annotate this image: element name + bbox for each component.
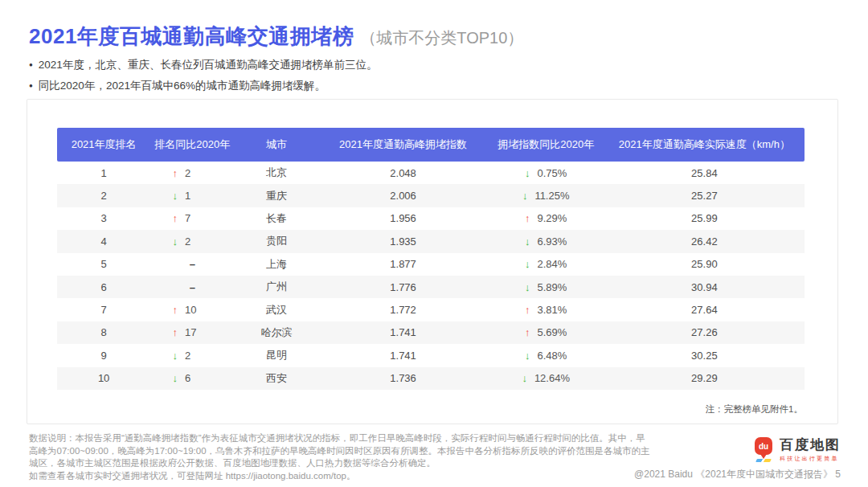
footnote-line: 城区，各城市主城区范围是根据政府公开数据、百度地图地理数据、人口热力数据等综合分… <box>29 457 650 470</box>
footnote-line: 数据说明：本报告采用“通勤高峰拥堵指数”作为表征城市交通拥堵状况的指标，即工作日… <box>29 432 650 445</box>
arrow-down-icon: ↓ <box>525 282 530 293</box>
city-cell: 重庆 <box>234 189 318 203</box>
dash-icon: – <box>190 282 195 293</box>
column-header: 拥堵指数同比2020年 <box>488 137 604 152</box>
rank-change-cell: ↓1 <box>150 190 234 202</box>
index-cell: 1.956 <box>318 212 487 224</box>
column-header: 城市 <box>234 137 318 152</box>
arrow-up-icon: ↑ <box>173 327 178 338</box>
arrow-down-icon: ↓ <box>173 373 178 383</box>
rank-change-cell: ↑17 <box>150 326 234 338</box>
index-cell: 1.772 <box>318 304 487 316</box>
index-change-cell: ↓11.25% <box>488 190 604 202</box>
rank-cell: 6 <box>57 281 150 293</box>
summary-bullets: ● 2021年度，北京、重庆、长春位列百城通勤高峰交通拥堵榜单前三位。 ● 同比… <box>29 55 377 96</box>
index-cell: 1.877 <box>318 258 487 270</box>
change-value: 2 <box>185 350 212 362</box>
table-row: 9↓2昆明1.741↓6.48%30.25 <box>57 344 805 366</box>
index-cell: 1.776 <box>318 281 487 293</box>
change-value: 5.69% <box>538 326 567 338</box>
index-cell: 1.736 <box>318 372 487 384</box>
rank-cell: 3 <box>57 212 150 224</box>
rank-change-cell: ↓2 <box>150 235 234 248</box>
index-change-cell: ↓2.84% <box>488 258 604 270</box>
rank-cell: 2 <box>57 190 150 202</box>
index-change-cell: ↓6.48% <box>488 350 604 362</box>
city-cell: 上海 <box>234 257 318 272</box>
index-change-cell: ↓0.75% <box>488 167 604 179</box>
speed-cell: 26.42 <box>604 235 805 248</box>
ranking-card: 2021年度排名排名同比2020年城市2021年度通勤高峰拥堵指数拥堵指数同比2… <box>27 99 838 424</box>
city-cell: 北京 <box>234 166 318 180</box>
map-pin-icon: du <box>754 437 775 463</box>
arrow-up-icon: ↑ <box>525 305 530 315</box>
arrow-down-icon: ↓ <box>525 350 530 361</box>
rank-cell: 4 <box>57 235 150 248</box>
change-value: 6 <box>185 372 212 384</box>
index-cell: 1.741 <box>318 326 487 338</box>
arrow-down-icon: ↓ <box>525 168 530 178</box>
change-value: 6.93% <box>538 235 567 248</box>
table-row: 1↑2北京2.048↓0.75%25.84 <box>57 162 805 184</box>
rank-change-cell: ↑2 <box>150 167 234 179</box>
city-cell: 哈尔滨 <box>234 325 318 340</box>
speed-cell: 27.64 <box>604 304 805 316</box>
speed-cell: 25.27 <box>604 190 805 202</box>
rank-change-cell: – <box>150 282 234 293</box>
index-change-cell: ↓6.93% <box>488 235 604 248</box>
arrow-up-icon: ↑ <box>525 327 530 338</box>
change-value: 0.75% <box>538 167 567 179</box>
arrow-down-icon: ↓ <box>173 190 178 201</box>
arrow-down-icon: ↓ <box>525 259 530 269</box>
dash-icon: – <box>190 259 195 269</box>
rank-cell: 9 <box>57 350 150 362</box>
speed-cell: 25.99 <box>604 212 805 224</box>
table-row: 8↑17哈尔滨1.741↑5.69%27.26 <box>57 321 805 344</box>
bullet-line: ● 同比2020年，2021年百城中66%的城市通勤高峰拥堵缓解。 <box>29 76 377 96</box>
bullet-text: 同比2020年，2021年百城中66%的城市通勤高峰拥堵缓解。 <box>39 79 326 93</box>
index-change-cell: ↓12.64% <box>488 372 604 384</box>
rank-cell: 5 <box>57 258 150 270</box>
footnote-line: 如需查看各城市实时交通拥堵状况，可登陆网址 https://jiaotong.b… <box>29 470 650 483</box>
rank-change-cell: ↓2 <box>150 350 234 362</box>
bullet-icon: ● <box>29 83 33 89</box>
logo-slogan: 科技让出行更简单 <box>780 455 839 463</box>
page-title: 2021年度百城通勤高峰交通拥堵榜 <box>29 23 354 51</box>
map-base-graphic <box>755 459 772 462</box>
change-value: 12.64% <box>534 372 570 384</box>
change-value: 2.84% <box>538 258 567 270</box>
table-header: 2021年度排名排名同比2020年城市2021年度通勤高峰拥堵指数拥堵指数同比2… <box>57 128 805 162</box>
city-cell: 西安 <box>234 371 318 386</box>
index-change-cell: ↑3.81% <box>488 304 604 316</box>
arrow-up-icon: ↑ <box>173 305 178 315</box>
speed-cell: 29.29 <box>604 372 805 384</box>
footnote-line: 高峰为07:00~09:00，晚高峰为17:00~19:00，乌鲁木齐和拉萨的早… <box>29 445 650 458</box>
data-description: 数据说明：本报告采用“通勤高峰拥堵指数”作为表征城市交通拥堵状况的指标，即工作日… <box>29 432 650 482</box>
bullet-text: 2021年度，北京、重庆、长春位列百城通勤高峰交通拥堵榜单前三位。 <box>39 58 378 72</box>
arrow-up-icon: ↑ <box>525 213 530 223</box>
index-cell: 1.935 <box>318 235 487 248</box>
city-cell: 广州 <box>234 280 318 294</box>
arrow-down-icon: ↓ <box>522 373 527 383</box>
speed-cell: 30.25 <box>604 350 805 362</box>
rank-cell: 7 <box>57 304 150 316</box>
arrow-down-icon: ↓ <box>525 236 530 247</box>
index-change-cell: ↑9.29% <box>488 212 604 224</box>
change-value: 17 <box>185 326 212 338</box>
change-value: 1 <box>185 190 212 202</box>
bullet-line: ● 2021年度，北京、重庆、长春位列百城通勤高峰交通拥堵榜单前三位。 <box>29 55 377 76</box>
change-value: 10 <box>185 304 212 316</box>
index-cell: 2.048 <box>318 167 487 179</box>
city-cell: 武汉 <box>234 303 318 317</box>
rank-change-cell: – <box>150 259 234 269</box>
table-row: 6–广州1.776↓5.89%30.94 <box>57 276 805 298</box>
bullet-icon: ● <box>29 62 33 68</box>
index-change-cell: ↑5.69% <box>488 326 604 338</box>
speed-cell: 25.84 <box>604 167 805 179</box>
table-row: 5–上海1.877↓2.84%25.90 <box>57 253 805 276</box>
arrow-up-icon: ↑ <box>173 213 178 223</box>
copyright-line: @2021 Baidu 《2021年度中国城市交通报告》 5 <box>634 468 841 481</box>
rank-change-cell: ↓6 <box>150 372 234 384</box>
arrow-down-icon: ↓ <box>173 350 178 361</box>
rank-cell: 8 <box>57 326 150 338</box>
